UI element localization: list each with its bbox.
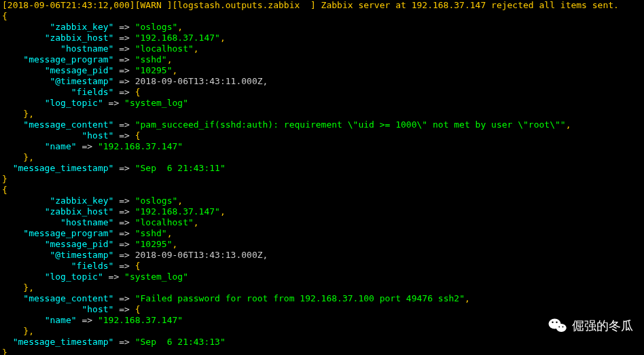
- svg-point-1: [556, 324, 567, 332]
- svg-point-2: [552, 322, 553, 323]
- terminal-output: [2018-09-06T21:43:12,000][WARN ][logstas…: [0, 0, 644, 355]
- wechat-icon: [548, 316, 568, 336]
- svg-point-3: [556, 322, 557, 323]
- watermark-text: 倔强的冬瓜: [572, 320, 633, 331]
- watermark: 倔强的冬瓜: [548, 316, 633, 336]
- svg-point-4: [558, 326, 560, 328]
- svg-point-5: [562, 326, 564, 328]
- log-line-partial: [2018-09-06T21:43:12,000][WARN ][logstas…: [2, 0, 624, 10]
